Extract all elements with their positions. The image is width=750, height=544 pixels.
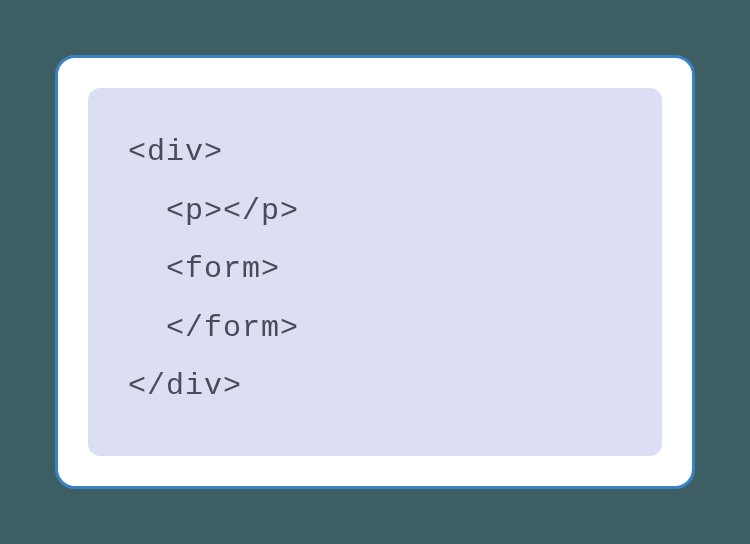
code-line: <div>	[128, 123, 622, 182]
code-card: <div> <p></p> <form> </form> </div>	[55, 55, 695, 489]
code-line: </form>	[128, 299, 622, 358]
code-line: <form>	[128, 240, 622, 299]
code-block: <div> <p></p> <form> </form> </div>	[88, 88, 662, 456]
code-line: <p></p>	[128, 182, 622, 241]
code-line: </div>	[128, 357, 622, 416]
